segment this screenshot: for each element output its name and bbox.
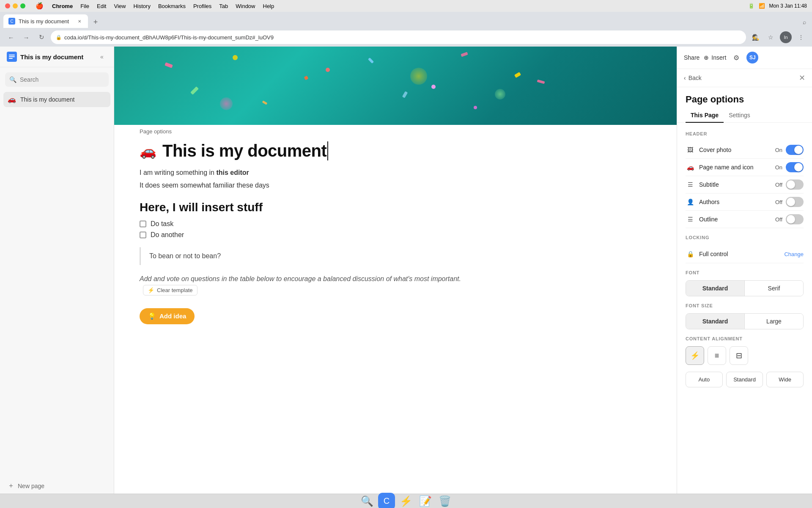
page-options-text[interactable]: Page options (140, 128, 172, 135)
more-options-button[interactable]: ⋮ (795, 31, 807, 43)
search-input[interactable] (20, 76, 104, 83)
back-button[interactable]: ‹ Back (684, 75, 702, 81)
task-checkbox-1[interactable] (140, 221, 146, 227)
incognito-icon[interactable]: 🕵 (749, 31, 761, 43)
confetti (368, 58, 374, 64)
align-center-button[interactable]: ≡ (708, 346, 726, 365)
sidebar-search-container[interactable]: 🔍 (5, 72, 109, 87)
menu-edit[interactable]: Edit (97, 3, 106, 9)
profile-avatar[interactable]: In (780, 31, 792, 43)
dock-lightning-icon[interactable]: ⚡ (398, 493, 414, 508)
doc-title[interactable]: This is my document (162, 141, 328, 160)
close-window-button[interactable] (5, 3, 10, 8)
dock-chrome-icon[interactable]: C (378, 493, 395, 508)
subtitle-toggle[interactable] (786, 179, 804, 190)
font-standard-button[interactable]: Standard (686, 281, 744, 296)
tab-search-icon[interactable]: ⌕ (800, 18, 809, 26)
svg-rect-3 (9, 58, 13, 59)
menu-profiles[interactable]: Profiles (193, 3, 211, 9)
option-outline: ☰ Outline Off (686, 211, 804, 228)
page-name-icon: 🚗 (686, 163, 695, 172)
refresh-button[interactable]: ↻ (36, 31, 47, 43)
width-auto-button[interactable]: Auto (686, 372, 723, 387)
page-name-toggle-label: On (775, 164, 782, 171)
add-idea-button[interactable]: 💡 Add idea (140, 308, 195, 324)
authors-toggle[interactable] (786, 197, 804, 207)
task-item-2[interactable]: Do another (140, 231, 469, 239)
settings-gear-button[interactable]: ⚙ (730, 52, 742, 64)
traffic-lights[interactable] (5, 3, 25, 8)
tab-close-button[interactable]: ✕ (76, 18, 83, 25)
outline-toggle[interactable] (786, 214, 804, 224)
user-avatar[interactable]: SJ (746, 52, 758, 64)
content-width-section: Auto Standard Wide (686, 372, 804, 387)
menu-help[interactable]: Help (263, 3, 274, 9)
insert-button[interactable]: ⊕ Insert (704, 54, 726, 61)
authors-toggle-knob (787, 198, 795, 206)
apple-logo-icon[interactable]: 🍎 (36, 2, 44, 10)
bookmark-icon[interactable]: ☆ (765, 31, 776, 43)
width-standard-button[interactable]: Standard (726, 372, 763, 387)
tab-settings[interactable]: Settings (724, 108, 755, 123)
cover-photo-toggle[interactable] (786, 145, 804, 155)
sidebar-collapse-button[interactable]: « (97, 52, 107, 62)
mac-dock: 🔍 C ⚡ 📝 🗑️ (0, 494, 812, 508)
width-wide-button[interactable]: Wide (766, 372, 804, 387)
add-page-button[interactable]: ＋ New page (3, 478, 110, 494)
clear-template-button[interactable]: ⚡ Clear template (143, 285, 198, 295)
right-panel-topbar: Share ⊕ Insert ⚙ SJ (677, 47, 812, 69)
option-page-name: 🚗 Page name and icon On (686, 159, 804, 176)
sidebar-item-document[interactable]: 🚗 This is my document (3, 92, 110, 107)
add-idea-icon: 💡 (148, 312, 156, 320)
task-checkbox-2[interactable] (140, 232, 146, 238)
forward-nav-button[interactable]: → (20, 31, 32, 43)
page-options-link[interactable]: Page options (114, 125, 677, 138)
confetti (495, 89, 505, 99)
menu-bookmarks[interactable]: Bookmarks (158, 3, 186, 9)
cover-photo-toggle-knob (794, 146, 803, 154)
url-text[interactable]: coda.io/d/This-is-my-document_dBhAUW8p6F… (64, 34, 741, 41)
page-name-toggle[interactable] (786, 162, 804, 172)
change-link[interactable]: Change (784, 251, 804, 257)
close-panel-button[interactable]: ✕ (799, 73, 805, 83)
doc-body-line1: I am writing something in this editor (140, 167, 469, 178)
subtitle-icon: ☰ (686, 180, 695, 189)
fullscreen-window-button[interactable] (20, 3, 25, 8)
tab-bar: C This is my document ✕ + ⌕ (0, 12, 812, 28)
address-bar: ← → ↻ 🔒 coda.io/d/This-is-my-document_dB… (0, 28, 812, 47)
authors-toggle-label: Off (775, 199, 782, 205)
back-nav-button[interactable]: ← (5, 31, 17, 43)
sidebar-header: This is my document « (0, 47, 114, 67)
confetti (304, 76, 309, 80)
alignment-section: CONTENT ALIGNMENT ⚡ ≡ ⊟ (686, 336, 804, 365)
align-wide-button[interactable]: ⊟ (730, 346, 748, 365)
add-icon: ＋ (8, 481, 14, 490)
menu-window[interactable]: Window (236, 3, 255, 9)
dock-finder-icon[interactable]: 🔍 (359, 493, 376, 508)
task-item-1[interactable]: Do task (140, 220, 469, 228)
browser-tab[interactable]: C This is my document ✕ (3, 14, 88, 28)
subtitle-toggle-knob (787, 180, 795, 189)
menu-tab[interactable]: Tab (219, 3, 228, 9)
share-button[interactable]: Share (684, 54, 700, 61)
dock-notes-icon[interactable]: 📝 (417, 493, 434, 508)
align-compact-button[interactable]: ⚡ (686, 346, 704, 365)
confetti (326, 68, 330, 72)
minimize-window-button[interactable] (13, 3, 18, 8)
search-icon: 🔍 (9, 76, 16, 83)
tab-this-page[interactable]: This Page (686, 108, 724, 123)
mac-menu-items[interactable]: Chrome File Edit View History Bookmarks … (52, 3, 274, 9)
new-tab-button[interactable]: + (90, 16, 102, 28)
font-buttons: Standard Serif (686, 280, 804, 296)
size-standard-button[interactable]: Standard (686, 314, 744, 329)
menu-history[interactable]: History (133, 3, 150, 9)
font-serif-button[interactable]: Serif (744, 281, 803, 296)
menu-chrome[interactable]: Chrome (52, 3, 73, 9)
confetti (262, 100, 268, 105)
size-large-button[interactable]: Large (744, 314, 803, 329)
page-name-toggle-knob (794, 163, 803, 171)
menu-view[interactable]: View (114, 3, 126, 9)
dock-trash-icon[interactable]: 🗑️ (436, 493, 453, 508)
menu-file[interactable]: File (80, 3, 89, 9)
address-input[interactable]: 🔒 coda.io/d/This-is-my-document_dBhAUW8p… (51, 30, 746, 44)
